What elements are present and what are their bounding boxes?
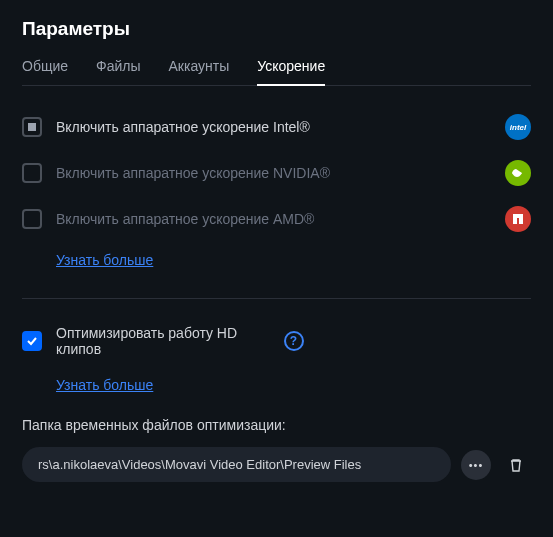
- trash-icon: [508, 457, 524, 473]
- checkbox-amd[interactable]: [22, 209, 42, 229]
- tab-general[interactable]: Общие: [22, 58, 68, 85]
- link-hd-learn-more[interactable]: Узнать больше: [56, 377, 153, 393]
- tab-accounts[interactable]: Аккаунты: [169, 58, 230, 85]
- path-row: •••: [22, 447, 531, 482]
- row-hd-optimize: Оптимизировать работу HD клипов ?: [22, 325, 531, 357]
- dialog-title: Параметры: [22, 18, 531, 40]
- row-nvidia: Включить аппаратное ускорение NVIDIA®: [22, 160, 531, 186]
- link-accel-learn-more[interactable]: Узнать больше: [56, 252, 153, 268]
- folder-label: Папка временных файлов оптимизации:: [22, 417, 531, 433]
- label-nvidia: Включить аппаратное ускорение NVIDIA®: [56, 165, 491, 181]
- label-amd: Включить аппаратное ускорение AMD®: [56, 211, 491, 227]
- row-intel: Включить аппаратное ускорение Intel® int…: [22, 114, 531, 140]
- delete-button[interactable]: [501, 450, 531, 480]
- tab-acceleration[interactable]: Ускорение: [257, 58, 325, 86]
- divider: [22, 298, 531, 299]
- path-input[interactable]: [22, 447, 451, 482]
- dots-icon: •••: [469, 459, 484, 471]
- tab-files[interactable]: Файлы: [96, 58, 140, 85]
- row-amd: Включить аппаратное ускорение AMD®: [22, 206, 531, 232]
- label-hd: Оптимизировать работу HD клипов: [56, 325, 270, 357]
- browse-button[interactable]: •••: [461, 450, 491, 480]
- checkbox-hd[interactable]: [22, 331, 42, 351]
- tabs: Общие Файлы Аккаунты Ускорение: [22, 58, 531, 86]
- label-intel: Включить аппаратное ускорение Intel®: [56, 119, 491, 135]
- checkbox-intel[interactable]: [22, 117, 42, 137]
- help-icon[interactable]: ?: [284, 331, 304, 351]
- amd-icon: [505, 206, 531, 232]
- nvidia-icon: [505, 160, 531, 186]
- intel-icon: intel: [505, 114, 531, 140]
- checkbox-nvidia[interactable]: [22, 163, 42, 183]
